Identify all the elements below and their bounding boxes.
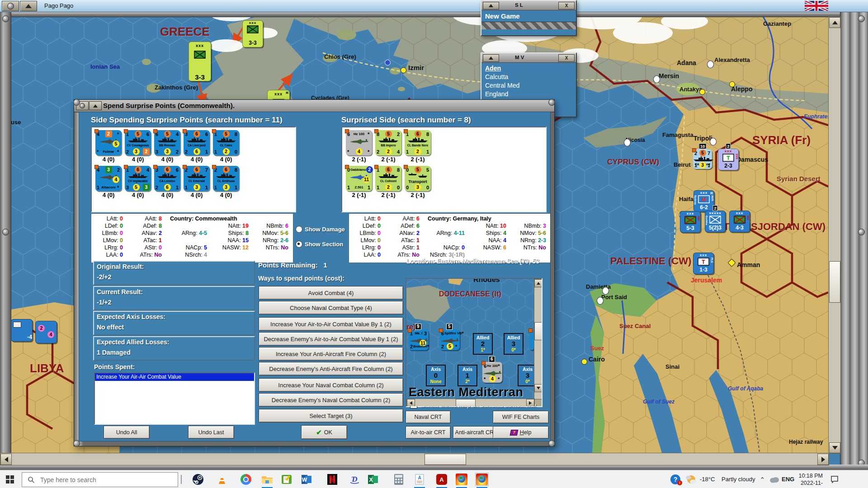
- taskbar-icon-explorer[interactable]: [261, 473, 274, 486]
- radio-show-damage[interactable]: Show Damage: [296, 226, 345, 233]
- minimap-allied-box[interactable]: Allied21*: [473, 333, 493, 355]
- unit-counter-cl-emerald[interactable]: 267CL Emerald131: [184, 166, 210, 191]
- help-tray-icon[interactable]: ?!: [669, 473, 682, 486]
- unit-counter-partial[interactable]: [529, 329, 534, 350]
- way-button-7[interactable]: Increase Your Naval Combat Column (2): [259, 378, 403, 392]
- taskbar-icon-wif[interactable]: [455, 473, 468, 486]
- radio-dot[interactable]: [296, 241, 302, 248]
- taskbar-icon-disney[interactable]: Ɗ: [348, 473, 361, 486]
- way-button-4[interactable]: Decrease Enemy's Air-to-Air Combat Value…: [259, 332, 403, 346]
- unit-counter-he-100[interactable]: 6He 100**4*: [482, 362, 502, 383]
- window-system-button[interactable]: [2, 1, 19, 11]
- crt-button-help[interactable]: ?Help: [493, 426, 549, 439]
- map-horizontal-scrollbar[interactable]: [0, 453, 829, 465]
- minimap-axis-box[interactable]: Axis0None: [426, 365, 446, 386]
- taskbar-icon-calculator[interactable]: [392, 473, 405, 486]
- mv-item-england[interactable]: England: [481, 90, 576, 99]
- search-input[interactable]: [39, 476, 168, 484]
- minimap-hscroll[interactable]: [406, 399, 535, 407]
- way-button-8[interactable]: Decrease Enemy's Naval Combat Column (2): [259, 393, 403, 407]
- taskbar-icon-netflix[interactable]: [326, 473, 339, 486]
- taskbar-icon-notepad[interactable]: [280, 473, 293, 486]
- map-unit-stack[interactable]: -4: [11, 319, 33, 342]
- clock[interactable]: 10:18 PM2022-11-29: [797, 472, 823, 488]
- map-unit-stack[interactable]: 24: [35, 321, 57, 343]
- map-unit-3-3[interactable]: xxx3-3: [242, 20, 263, 47]
- map-unit-3-3[interactable]: xxx3-3: [189, 42, 211, 81]
- unit-counter-cl-bande-nere[interactable]: 168CL Bande Nere121: [405, 130, 431, 155]
- menu-item-new-game[interactable]: New Game: [485, 12, 572, 20]
- unit-counter-spitfire-vb[interactable]: 6Spitfire VB*25*: [440, 329, 460, 350]
- mv-item-aden[interactable]: Aden: [481, 64, 576, 73]
- taskbar-icon-vlc[interactable]: [216, 473, 228, 486]
- taskbar-icon-acrobat[interactable]: A: [435, 473, 448, 486]
- unit-counter-albacore[interactable]: 43241Albacore*: [95, 166, 122, 191]
- unit-counter-fulmar[interactable]: 42*5*Fulmar*: [95, 130, 122, 155]
- taskbar-search[interactable]: [22, 472, 178, 487]
- unit-counter-ca-colbert[interactable]: 257CA Colbert13110: [693, 149, 712, 169]
- taskbar-icon-excel[interactable]: X: [367, 473, 380, 486]
- way-button-1[interactable]: Avoid Combat (4): [259, 286, 403, 300]
- unit-counter-cv-implacable[interactable]: 164CV Implacable353: [125, 166, 151, 191]
- points-spent-list[interactable]: Increase Your Air-Air Combat Value: [94, 372, 255, 425]
- window-collapse-button[interactable]: [20, 1, 37, 11]
- weather-condition[interactable]: Partly cloudy: [722, 476, 755, 483]
- unit-counter-ca-london[interactable]: 366CA London261: [154, 166, 180, 191]
- minimap-axis-box[interactable]: Axis30*: [518, 365, 534, 386]
- points-spent-item[interactable]: Increase Your Air-Air Combat Value: [95, 373, 254, 381]
- radio-dot[interactable]: [296, 226, 302, 233]
- crt-button-anti-aircraft-crt[interactable]: Anti-aircraft CRT: [453, 426, 499, 439]
- mv-close-button[interactable]: X: [558, 54, 575, 62]
- map-unit-6-2[interactable]: xxxRMAUSSydney6-2: [693, 190, 714, 212]
- unit-counter-cl-colleoni[interactable]: 168CL Colleoni120: [375, 166, 401, 191]
- map-hscroll-thumb[interactable]: [425, 454, 466, 465]
- map-unit-4-3[interactable]: xxxIND4-3: [729, 211, 750, 232]
- undo-last-button[interactable]: Undo Last: [188, 426, 234, 439]
- sl-close-button[interactable]: X: [558, 2, 575, 9]
- map-unit-5(2)3[interactable]: xxxxxGurkha5(2)32: [705, 211, 726, 232]
- dialog-titlebar[interactable]: Spend Surprise Points (Commonwealth).: [74, 100, 554, 113]
- notification-center-icon[interactable]: [828, 473, 841, 486]
- start-button[interactable]: [4, 473, 16, 486]
- minimap-allied-box[interactable]: Allied30*: [504, 333, 524, 355]
- weather-icon[interactable]: [684, 473, 697, 486]
- way-button-5[interactable]: Increase Your Anti-Aircraft Fire Column …: [259, 347, 403, 361]
- unit-counter-bb-renown[interactable]: 654BB Renown332: [154, 130, 180, 155]
- radio-show-section[interactable]: Show Section: [296, 241, 343, 248]
- combat-minimap[interactable]: RhodesDODECANESE (It)re) 91Mk. I3112Beau…: [406, 278, 542, 407]
- map-unit-1-3[interactable]: xxxTPLE1-3: [693, 253, 714, 274]
- ok-button[interactable]: ✔OK: [301, 425, 347, 439]
- unit-counter-z-501[interactable]: 0Gabbiano2111Z.5011: [346, 166, 372, 191]
- tray-chevron-icon[interactable]: ⌃: [760, 476, 765, 484]
- unit-counter-ca-liverpool[interactable]: 366CA Liverpool261: [184, 130, 210, 155]
- crt-button-naval-crt[interactable]: Naval CRT: [406, 411, 451, 423]
- map-unit-5-3[interactable]: xxxIND5-3: [680, 211, 701, 233]
- map-vscroll-thumb[interactable]: [829, 261, 840, 303]
- way-button-9[interactable]: Select Target (3): [259, 409, 403, 422]
- minimap-axis-box[interactable]: Axis12*: [458, 365, 477, 386]
- way-button-2[interactable]: Choose Naval Combat Type (4): [259, 301, 403, 314]
- unit-counter-cl-arethusa[interactable]: 268CL Arethusa131: [213, 166, 239, 191]
- taskbar-icon-wordpad[interactable]: A: [413, 473, 426, 486]
- weather-temp[interactable]: -18°C: [700, 476, 715, 483]
- dialog-collapse-button[interactable]: [89, 101, 102, 110]
- unit-counter-transport[interactable]: 055Transport030: [405, 166, 431, 191]
- taskbar-icon-wif-active[interactable]: [476, 473, 488, 486]
- map-vertical-scrollbar[interactable]: [828, 17, 841, 454]
- undo-all-button[interactable]: Undo All: [104, 426, 150, 439]
- taskbar-icon-steam[interactable]: [192, 473, 204, 486]
- mv-item-central-med[interactable]: Central Med: [481, 81, 576, 90]
- unit-counter-bb-impero[interactable]: 852BB Impero224: [375, 130, 401, 155]
- onedrive-icon[interactable]: [768, 473, 780, 486]
- crt-button-air-to-air-crt[interactable]: Air-to-air CRT: [406, 426, 451, 439]
- taskbar-icon-chrome[interactable]: [240, 473, 252, 486]
- map-unit-2-3[interactable]: xxxTSYR2-32: [718, 149, 739, 170]
- minimap-vscroll[interactable]: [534, 279, 542, 399]
- unit-counter-cv-courageous[interactable]: 156CV Courageous232: [125, 130, 151, 155]
- mv-item-calcutta[interactable]: Calcutta: [481, 73, 576, 81]
- unit-counter-beaufort[interactable]: 1Mk. I3112Beaufort*: [409, 329, 429, 350]
- unit-counter-cl-cairo[interactable]: 158CL Cairo120: [213, 130, 239, 155]
- way-button-3[interactable]: Increase Your Air-to-Air Combat Value By…: [259, 317, 403, 331]
- language-indicator[interactable]: ENG: [782, 476, 794, 483]
- taskbar-icon-word[interactable]: W: [301, 473, 313, 486]
